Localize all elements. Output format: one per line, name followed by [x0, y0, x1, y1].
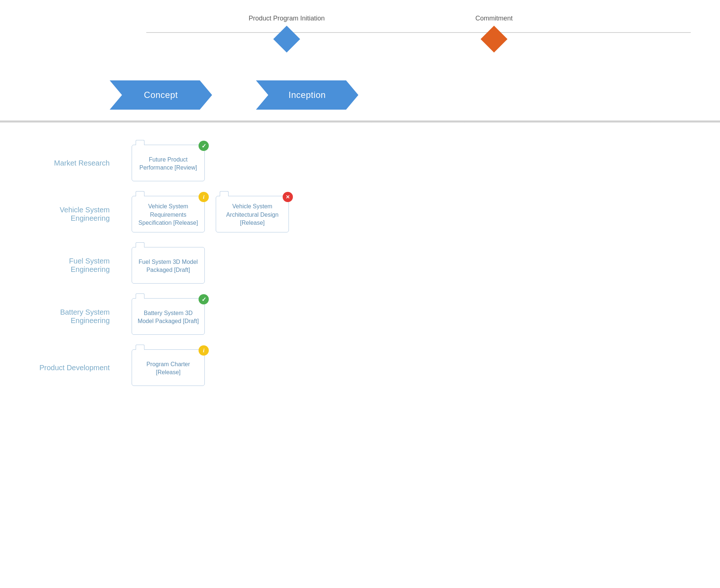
- swimlane-vehicle-system: Vehicle System Engineering Vehicle Syste…: [0, 189, 720, 240]
- phases-row: Concept Inception: [110, 80, 720, 117]
- card-program-charter[interactable]: Program Charter [Release]: [132, 349, 205, 386]
- swimlane-fuel-system-label: Fuel System Engineering: [29, 257, 132, 274]
- swimlanes: Market Research Future Product Performan…: [0, 137, 720, 408]
- swimlane-battery-system: Battery System Engineering Battery Syste…: [0, 291, 720, 342]
- swimlane-market-research-items: Future Product Performance [Review]: [132, 145, 205, 181]
- card-program-charter-title: Program Charter [Release]: [136, 360, 201, 377]
- swimlane-product-development-items: Program Charter [Release]: [132, 349, 205, 386]
- milestone-commitment: Commitment: [475, 15, 513, 45]
- swimlane-battery-system-items: Battery System 3D Model Packaged [Draft]: [132, 298, 205, 335]
- card-tab: [136, 140, 144, 145]
- diamond-orange: [480, 26, 508, 53]
- phase-concept[interactable]: Concept: [110, 80, 212, 110]
- card-tab-fs: [136, 242, 144, 247]
- milestone-ppi: Product Program Initiation: [249, 15, 325, 45]
- card-fuel-system-3d-title: Fuel System 3D Model Packaged [Draft]: [136, 258, 201, 274]
- badge-green-check-bs: [199, 294, 209, 304]
- card-vehicle-system-requirements-title: Vehicle System Requirements Specificatio…: [136, 202, 201, 227]
- card-vehicle-system-architectural-title: Vehicle System Architectural Design [Rel…: [220, 202, 285, 227]
- badge-yellow-info-vsr: [199, 192, 209, 202]
- card-future-product-title: Future Product Performance [Review]: [136, 156, 201, 172]
- milestone-ppi-label: Product Program Initiation: [249, 15, 325, 22]
- phase-inception-label: Inception: [289, 90, 326, 100]
- card-tab-pd: [136, 345, 144, 350]
- card-tab-vsa: [220, 191, 229, 196]
- card-battery-system-3d[interactable]: Battery System 3D Model Packaged [Draft]: [132, 298, 205, 335]
- swimlane-battery-system-label: Battery System Engineering: [29, 308, 132, 325]
- swimlane-product-development: Product Development Program Charter [Rel…: [0, 342, 720, 393]
- badge-yellow-info-pd: [199, 345, 209, 356]
- card-battery-system-3d-title: Battery System 3D Model Packaged [Draft]: [136, 309, 201, 326]
- card-vehicle-system-requirements[interactable]: Vehicle System Requirements Specificatio…: [132, 196, 205, 232]
- badge-red-cross: [283, 192, 293, 202]
- badge-green-check: [199, 141, 209, 151]
- swimlane-fuel-system-items: Fuel System 3D Model Packaged [Draft]: [132, 247, 205, 284]
- swimlane-market-research: Market Research Future Product Performan…: [0, 137, 720, 189]
- milestone-commitment-label: Commitment: [475, 15, 513, 22]
- swimlane-vehicle-system-items: Vehicle System Requirements Specificatio…: [132, 196, 289, 232]
- card-tab-bs: [136, 293, 144, 299]
- timeline-section: Product Program Initiation Commitment: [110, 0, 691, 69]
- card-vehicle-system-architectural[interactable]: Vehicle System Architectural Design [Rel…: [216, 196, 289, 232]
- phase-inception[interactable]: Inception: [256, 80, 358, 110]
- swimlane-market-research-label: Market Research: [29, 159, 132, 167]
- milestone-row: Product Program Initiation Commitment: [110, 15, 691, 58]
- diamond-blue: [273, 26, 300, 53]
- card-tab-vsr: [136, 191, 144, 196]
- card-future-product[interactable]: Future Product Performance [Review]: [132, 145, 205, 181]
- swimlane-product-development-label: Product Development: [29, 364, 132, 372]
- divider: [0, 121, 720, 123]
- phase-concept-label: Concept: [144, 90, 178, 100]
- card-fuel-system-3d[interactable]: Fuel System 3D Model Packaged [Draft]: [132, 247, 205, 284]
- swimlane-fuel-system: Fuel System Engineering Fuel System 3D M…: [0, 240, 720, 291]
- swimlane-vehicle-system-label: Vehicle System Engineering: [29, 206, 132, 223]
